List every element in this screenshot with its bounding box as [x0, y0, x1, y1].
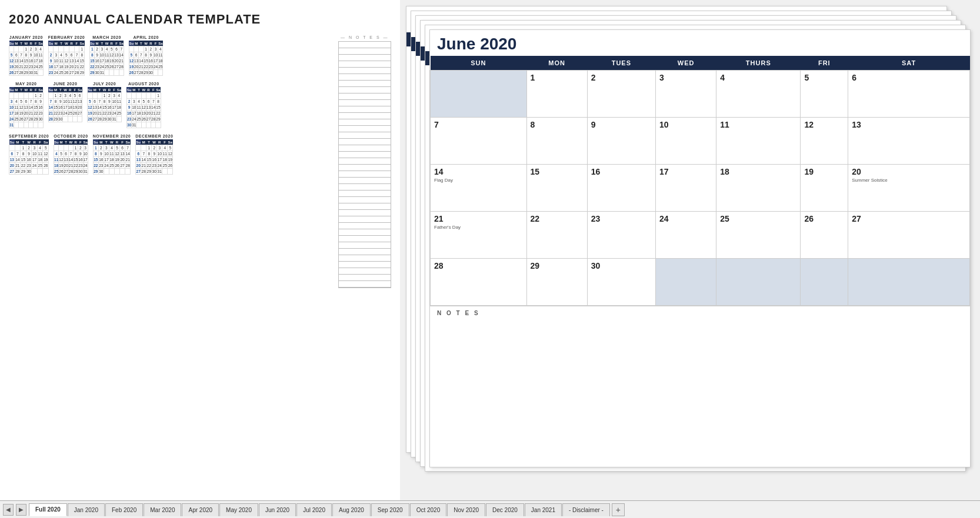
quarter-3: SEPTEMBER 2020 SuMTWRFSa 12345 678910111… — [9, 134, 332, 175]
jun-cell-15: 15 — [526, 165, 587, 212]
table-row: 28 29 30 — [431, 259, 970, 306]
table-row: 1 2 3 4 5 6 — [431, 71, 970, 118]
right-panel: January 2020 SUNMONTUESWEDTHURSFRISAT Fe… — [400, 0, 980, 500]
stacked-calendars: January 2020 SUNMONTUESWEDTHURSFRISAT Fe… — [406, 6, 971, 494]
mini-cal-aug-title: AUGUST 2020 — [126, 82, 161, 86]
jun-cell-24: 24 — [656, 212, 716, 259]
jun-notes-lines — [437, 319, 963, 348]
mini-cal-dec: DECEMBER 2020 SuMTWRFSa 12345 6789101112… — [135, 134, 173, 175]
quarter-1: JANUARY 2020 SuMTWRFSa 1234 567891011 12… — [9, 35, 332, 76]
mini-cal-may-title: MAY 2020 — [9, 82, 44, 86]
mini-cal-mar-title: MARCH 2020 — [89, 35, 124, 39]
jun-cell-17: 17 — [656, 165, 716, 212]
mini-cal-may: MAY 2020 SuMTWRFSa 12 3456789 1011121314… — [9, 82, 44, 128]
jun-cell-empty5 — [848, 259, 970, 306]
tab-jan-2020[interactable]: Jan 2020 — [68, 503, 105, 516]
notes-lines — [338, 41, 391, 288]
tab-aug-2020[interactable]: Aug 2020 — [332, 503, 371, 516]
tab-oct-2020[interactable]: Oct 2020 — [410, 503, 447, 516]
tab-disclaimer[interactable]: - Disclaimer - — [562, 503, 610, 516]
mini-cal-aug: AUGUST 2020 SuMTWRFSa 1 2345678 91011121… — [126, 82, 161, 128]
tab-jul-2020[interactable]: Jul 2020 — [296, 503, 332, 516]
mini-cal-jan: JANUARY 2020 SuMTWRFSa 1234 567891011 12… — [9, 35, 44, 76]
mini-cal-feb-title: FEBRUARY 2020 — [48, 35, 85, 39]
jun-cell-empty2 — [656, 259, 716, 306]
left-panel: 2020 ANNUAL CALENDAR TEMPLATE JANUARY 20… — [0, 0, 400, 500]
mini-cal-oct-title: OCTOBER 2020 — [54, 134, 88, 138]
jun-cell-5: 5 — [801, 71, 848, 118]
jun-cell-27: 27 — [848, 212, 970, 259]
jun-cell-6: 6 — [848, 71, 970, 118]
jun-cell-29: 29 — [526, 259, 587, 306]
mini-cal-jul: JULY 2020 SuMTWRFSa 1234 567891011 12131… — [87, 82, 122, 128]
tab-jun-2020[interactable]: Jun 2020 — [259, 503, 296, 516]
jun-notes-title: N O T E S — [437, 310, 963, 316]
tab-apr-2020[interactable]: Apr 2020 — [182, 503, 219, 516]
mini-cal-sep: SEPTEMBER 2020 SuMTWRFSa 12345 678910111… — [9, 134, 49, 175]
jun-cell-14: 14Flag Day — [431, 165, 527, 212]
jun-cell-26: 26 — [801, 212, 848, 259]
tab-may-2020[interactable]: May 2020 — [219, 503, 258, 516]
jun-notes-section: N O T E S — [430, 306, 970, 352]
tab-nov-2020[interactable]: Nov 2020 — [447, 503, 485, 516]
summer-solstice-note: Summer Solstice — [852, 178, 966, 183]
tab-add-button[interactable]: + — [612, 503, 625, 516]
jun-cell-30: 30 — [587, 259, 655, 306]
table-row: 14Flag Day 15 16 17 18 19 20Summer Solst… — [431, 165, 970, 212]
jun-cell-4: 4 — [716, 71, 801, 118]
mini-cal-jun: JUNE 2020 SuMTWRFSa 123456 78910111213 1… — [48, 82, 83, 128]
jun-cell-7: 7 — [431, 118, 527, 165]
mini-cal-nov: NOVEMBER 2020 SuMTWRFSa 1234567 89101112… — [93, 134, 131, 175]
jun-cell-empty3 — [716, 259, 801, 306]
jun-cell-11: 11 — [716, 118, 801, 165]
main-area: 2020 ANNUAL CALENDAR TEMPLATE JANUARY 20… — [0, 0, 980, 500]
jun-cell-9: 9 — [587, 118, 655, 165]
mini-cal-mar: MARCH 2020 SuMTWRFSa 1234567 89101112131… — [89, 35, 124, 76]
flag-day-note: Flag Day — [434, 178, 523, 183]
tab-jan-2021[interactable]: Jan 2021 — [525, 503, 562, 516]
mini-cal-feb: FEBRUARY 2020 SuMTWRFSa 1 2345678 910111… — [48, 35, 85, 76]
jun-cell-21: 21Father's Day — [431, 212, 527, 259]
mini-cal-jan-title: JANUARY 2020 — [9, 35, 44, 39]
jun-cell-empty1 — [431, 71, 527, 118]
tab-nav-left[interactable]: ◀ — [3, 504, 14, 516]
tab-full-2020[interactable]: Full 2020 — [29, 503, 67, 516]
mini-cal-oct: OCTOBER 2020 SuMTWRFSa 123 45678910 1112… — [54, 134, 88, 175]
jun-cell-10: 10 — [656, 118, 716, 165]
jun-cell-20: 20Summer Solstice — [848, 165, 970, 212]
jun-cell-12: 12 — [801, 118, 848, 165]
notes-label: — N O T E S — — [338, 35, 391, 39]
card-jun-title: June 2020 — [430, 30, 970, 56]
mini-cal-dec-title: DECEMBER 2020 — [135, 134, 173, 138]
jun-cell-8: 8 — [526, 118, 587, 165]
jun-cell-28: 28 — [431, 259, 527, 306]
jun-cell-25: 25 — [716, 212, 801, 259]
table-row: 21Father's Day 22 23 24 25 26 27 — [431, 212, 970, 259]
jun-cell-13: 13 — [848, 118, 970, 165]
annual-title: 2020 ANNUAL CALENDAR TEMPLATE — [9, 12, 391, 27]
tab-mar-2020[interactable]: Mar 2020 — [144, 503, 181, 516]
tab-sep-2020[interactable]: Sep 2020 — [371, 503, 409, 516]
jun-cell-22: 22 — [526, 212, 587, 259]
card-june: June 2020 SUNMONTUESWEDTHURSFRISAT 1 2 3… — [429, 29, 971, 467]
jun-cell-16: 16 — [587, 165, 655, 212]
tab-bar: ◀ ▶ Full 2020 Jan 2020 Feb 2020 Mar 2020… — [0, 500, 980, 518]
tab-feb-2020[interactable]: Feb 2020 — [105, 503, 143, 516]
jun-cell-empty4 — [801, 259, 848, 306]
quarter-2: MAY 2020 SuMTWRFSa 12 3456789 1011121314… — [9, 82, 332, 128]
fathers-day-note: Father's Day — [434, 225, 523, 230]
jun-cell-23: 23 — [587, 212, 655, 259]
table-row: 7 8 9 10 11 12 13 — [431, 118, 970, 165]
tab-dec-2020[interactable]: Dec 2020 — [486, 503, 524, 516]
mini-cal-nov-title: NOVEMBER 2020 — [93, 134, 131, 138]
mini-cal-jul-title: JULY 2020 — [87, 82, 122, 86]
jun-cell-18: 18 — [716, 165, 801, 212]
mini-cal-apr-title: APRIL 2020 — [129, 35, 164, 39]
jun-cell-2: 2 — [587, 71, 655, 118]
jun-cell-1: 1 — [526, 71, 587, 118]
jun-cell-3: 3 — [656, 71, 716, 118]
mini-cal-apr: APRIL 2020 SuMTWRFSa 1234 567891011 1213… — [129, 35, 164, 76]
tab-nav-right[interactable]: ▶ — [16, 504, 26, 516]
mini-cal-sep-title: SEPTEMBER 2020 — [9, 134, 49, 138]
jun-cell-19: 19 — [801, 165, 848, 212]
